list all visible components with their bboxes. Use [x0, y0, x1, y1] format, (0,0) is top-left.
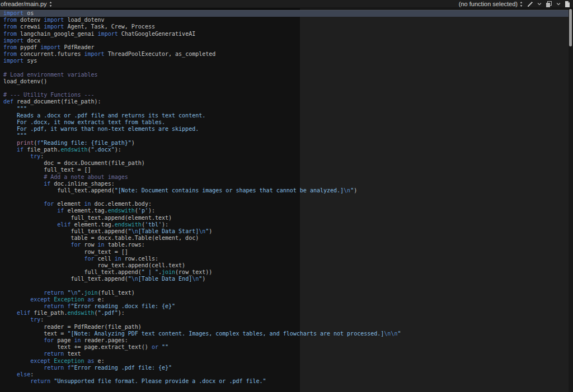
code-line: full_text.append(element.text) [3, 215, 573, 221]
code-token: \n\n [384, 330, 397, 337]
code-token: sys [24, 58, 37, 64]
code-line [3, 194, 573, 201]
code-line: from dotenv import load_dotenv [3, 17, 573, 23]
code-token: endswith [108, 207, 135, 214]
code-line: full_text.append(" | ".join(row_text)) [3, 269, 573, 276]
code-token: doc.inline_shapes: [50, 181, 114, 187]
code-token: from [3, 17, 17, 23]
code-token: from [3, 31, 17, 37]
popup-arrows-icon [49, 1, 53, 7]
code-token: doc.element.body: [91, 201, 152, 207]
code-token: as [88, 358, 95, 364]
editor-pane[interactable]: import osfrom dotenv import load_dotenvf… [0, 8, 573, 392]
copy-icon[interactable] [546, 1, 552, 7]
code-token: : [40, 317, 44, 323]
code-token: full_text.append( [3, 276, 128, 282]
code-line: # Load environment variables [3, 72, 573, 78]
code-line: full_text.append("[Note: Document contai… [3, 187, 573, 194]
code-token [3, 317, 30, 323]
code-token: e: [95, 296, 105, 303]
code-line: return "Unsupported file format. Please … [3, 378, 573, 385]
code-line: def read_document(file_path): [3, 98, 573, 105]
code-line: if doc.inline_shapes: [3, 181, 573, 187]
code-token [3, 201, 44, 207]
code-token: in [74, 337, 81, 343]
file-path-popup[interactable]: ofreader/main.py [1, 0, 53, 8]
code-token: ): [118, 310, 125, 316]
code-token: 'tbl' [145, 221, 162, 228]
code-token: row_text = [] [3, 249, 128, 255]
code-token [3, 337, 44, 343]
chevron-down-icon[interactable] [537, 3, 542, 6]
code-token: cell [95, 256, 115, 262]
code-area[interactable]: import osfrom dotenv import load_dotenvf… [0, 8, 573, 385]
code-token: "Error reading .pdf file: {e}" [71, 365, 172, 371]
code-line: print(f"Reading file: {file_path}") [3, 140, 573, 147]
code-token: \n [131, 276, 138, 282]
code-token: file_path. [30, 310, 67, 316]
code-token: for [71, 242, 81, 248]
code-token: import [40, 44, 60, 50]
code-token [3, 296, 30, 303]
code-token: full_text.append( [3, 228, 128, 234]
code-token: return [30, 378, 50, 384]
code-token: ThreadPoolExecutor, as_completed [105, 51, 216, 57]
code-token: return [44, 303, 64, 309]
code-token: text = [3, 330, 67, 337]
code-token: full_text.append(element.text) [3, 215, 172, 221]
code-token: ".pdf" [98, 310, 118, 316]
code-line: text = "[Note: Analyzing PDF text conten… [3, 330, 573, 337]
code-line: # Add a note about images [3, 174, 573, 181]
code-line: full_text.append("\n[Table Data End]\n") [3, 276, 573, 282]
code-token: "Reading file: {file_path}" [40, 140, 131, 146]
document-icon[interactable] [565, 1, 570, 7]
code-line: else: [3, 371, 573, 378]
code-token: import [44, 17, 64, 23]
code-token [3, 221, 57, 228]
code-token: import [84, 51, 105, 57]
code-token: element [54, 201, 84, 207]
code-token: docx [24, 37, 40, 44]
code-line: from concurrent.futures import ThreadPoo… [3, 51, 573, 58]
code-token: ChatGoogleGenerativeAI [118, 31, 195, 37]
code-token: for [44, 337, 54, 343]
code-line: """ [3, 133, 573, 139]
code-token: """ [3, 106, 27, 112]
code-token: endswith [67, 310, 94, 316]
code-token: : [30, 371, 34, 377]
code-token: reader = PdfReader(file_path) [3, 324, 142, 330]
code-line: return f"Error reading .pdf file: {e}" [3, 365, 573, 371]
code-token: reader.pages: [81, 337, 128, 343]
chevron-down-icon[interactable] [556, 3, 561, 6]
code-token: crewai [17, 23, 44, 30]
code-token: dotenv [17, 17, 44, 23]
code-token: : [40, 153, 44, 159]
code-token: row.cells: [121, 256, 158, 262]
code-line: from crewai import Agent, Task, Crew, Pr… [3, 23, 573, 30]
code-line: For .pdf, it warns that non-text element… [3, 126, 573, 133]
code-token: join [162, 269, 175, 275]
code-token: "[Note: Document contains images or shap… [115, 187, 344, 193]
code-line: for element in doc.element.body: [3, 201, 573, 207]
code-token: import [3, 10, 24, 16]
symbol-popup[interactable]: (no function selected) [459, 0, 523, 8]
code-token: from [3, 23, 17, 30]
code-token: or [152, 344, 158, 350]
pencil-icon[interactable] [527, 1, 533, 7]
code-token: import [44, 23, 64, 30]
code-token [3, 207, 57, 214]
code-line: try: [3, 153, 573, 160]
code-line: from pypdf import PdfReader [3, 44, 573, 51]
code-token: # Load environment variables [3, 72, 98, 78]
code-line: # --- Utility Functions --- [3, 92, 573, 98]
code-line: import os [3, 10, 573, 17]
code-token: if [44, 181, 50, 187]
code-token: For .pdf, it warns that non-text element… [3, 126, 199, 132]
code-token: elif [57, 221, 71, 228]
code-token: (row_text)) [175, 269, 212, 275]
code-token: row_text.append(cell.text) [3, 262, 185, 268]
code-token: page [54, 337, 74, 343]
code-token: import [3, 37, 24, 44]
code-token: 'p' [138, 207, 148, 214]
code-token: """ [3, 133, 27, 139]
